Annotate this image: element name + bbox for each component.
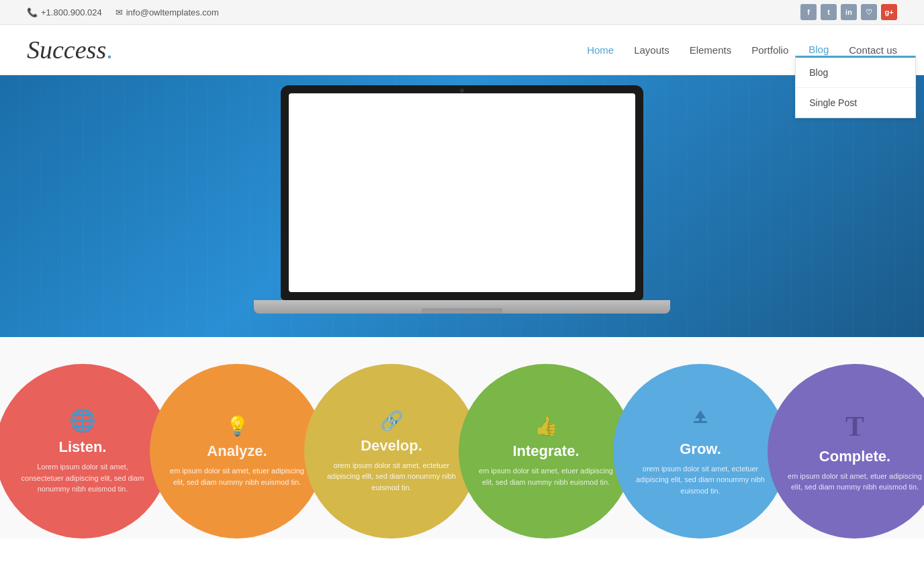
- laptop-camera: [460, 89, 464, 93]
- email-icon: ✉: [116, 7, 123, 17]
- email-info: ✉ info@owltemplates.com: [116, 7, 219, 17]
- bulb-icon: 💡: [226, 415, 249, 437]
- circle-integrate: 👍 Integrate. em ipsum dolor sit amet, et…: [459, 364, 633, 538]
- circles-section: 🌐 Listen. Lorem ipsum dolor sit amet, co…: [0, 337, 924, 538]
- circle-analyze: 💡 Analyze. em ipsum dolor sit amet, etue…: [150, 364, 324, 538]
- twitter-icon[interactable]: t: [821, 4, 837, 20]
- circle-analyze-title: Analyze.: [207, 442, 267, 460]
- text-icon: T: [845, 410, 864, 442]
- nav-contact[interactable]: Contact us: [849, 44, 897, 56]
- nav-home[interactable]: Home: [587, 44, 614, 56]
- nav-portfolio[interactable]: Portfolio: [751, 44, 788, 56]
- svg-rect-0: [694, 421, 707, 423]
- top-bar: 📞 +1.800.900.024 ✉ info@owltemplates.com…: [0, 0, 924, 25]
- header: Success. Home Layouts Elements Portfolio…: [0, 25, 924, 75]
- circle-complete: T Complete. em ipsum dolor sit amet, etu…: [768, 364, 924, 538]
- blog-dropdown: Blog Single Post: [795, 56, 916, 118]
- thumb-icon: 👍: [535, 415, 558, 437]
- circle-develop-text: orem ipsum dolor sit amet, ectetuer adip…: [324, 460, 459, 494]
- pinterest-icon[interactable]: ♡: [861, 4, 877, 20]
- facebook-icon[interactable]: f: [800, 4, 817, 20]
- laptop-screen-outer: [281, 85, 643, 300]
- circle-complete-text: em ipsum dolor sit amet, etuer adipiscin…: [788, 471, 922, 493]
- circle-analyze-text: em ipsum dolor sit amet, etuer adipiscin…: [170, 465, 304, 487]
- circle-grow-text: orem ipsum dolor sit amet, ectetuer adip…: [633, 463, 768, 497]
- hero-section: [0, 75, 924, 337]
- logo-dot: .: [106, 36, 113, 64]
- circle-listen-title: Listen.: [59, 438, 107, 456]
- nav-blog[interactable]: Blog: [808, 44, 829, 55]
- email-address: info@owltemplates.com: [126, 7, 219, 17]
- circle-complete-title: Complete.: [819, 448, 890, 465]
- top-bar-contact: 📞 +1.800.900.024 ✉ info@owltemplates.com: [27, 7, 219, 17]
- upload-icon: [688, 406, 712, 435]
- dropdown-blog[interactable]: Blog: [796, 58, 915, 88]
- svg-marker-1: [695, 410, 706, 421]
- phone-number: +1.800.900.024: [41, 7, 102, 17]
- circle-integrate-title: Integrate.: [512, 442, 579, 460]
- laptop-screen: [289, 93, 635, 292]
- phone-info: 📞 +1.800.900.024: [27, 7, 102, 17]
- social-icons: f t in ♡ g+: [800, 4, 897, 20]
- logo-text: Success: [27, 36, 106, 64]
- circle-develop-title: Develop.: [361, 437, 422, 455]
- linkedin-icon[interactable]: in: [841, 4, 857, 20]
- circle-develop: 🔗 Develop. orem ipsum dolor sit amet, ec…: [304, 364, 479, 538]
- phone-icon: 📞: [27, 7, 38, 17]
- circle-listen-text: Lorem ipsum dolor sit amet, consectetuer…: [15, 461, 150, 495]
- laptop-image: [254, 85, 670, 327]
- logo: Success.: [27, 35, 113, 64]
- laptop-base: [254, 300, 670, 314]
- link-icon: 🔗: [380, 410, 404, 432]
- gplus-icon[interactable]: g+: [881, 4, 897, 20]
- nav-elements[interactable]: Elements: [690, 44, 732, 56]
- circle-grow-title: Grow.: [680, 440, 721, 458]
- globe-icon: 🌐: [69, 408, 96, 433]
- nav-blog-container: Blog Blog Single Post: [808, 44, 829, 56]
- circle-grow: Grow. orem ipsum dolor sit amet, ectetue…: [613, 364, 788, 538]
- main-nav: Home Layouts Elements Portfolio Blog Blo…: [587, 44, 897, 56]
- circles-row: 🌐 Listen. Lorem ipsum dolor sit amet, co…: [0, 364, 924, 538]
- nav-layouts[interactable]: Layouts: [634, 44, 669, 56]
- circle-listen: 🌐 Listen. Lorem ipsum dolor sit amet, co…: [0, 364, 170, 538]
- dropdown-single-post[interactable]: Single Post: [796, 88, 915, 118]
- circle-integrate-text: em ipsum dolor sit amet, etuer adipiscin…: [479, 465, 613, 487]
